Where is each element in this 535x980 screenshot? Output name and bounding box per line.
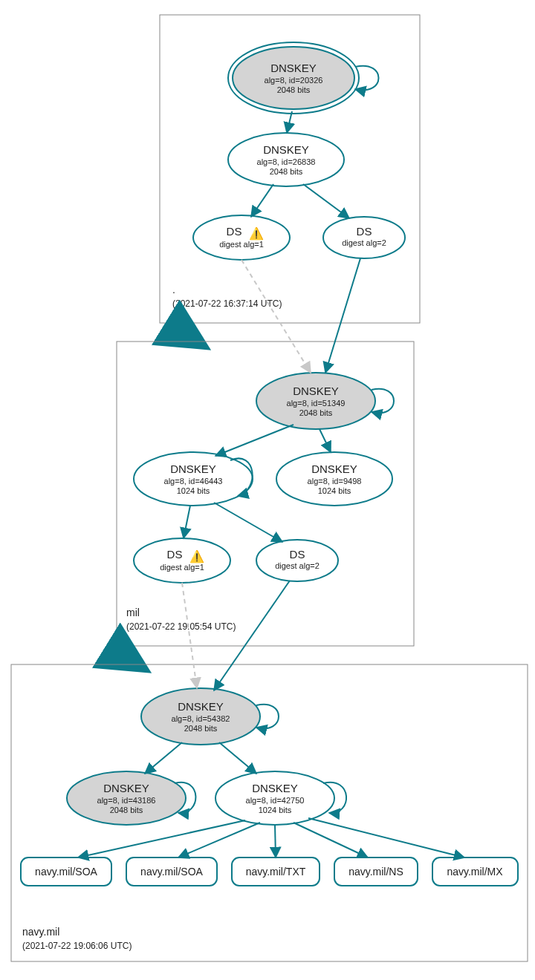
svg-text:digest alg=2: digest alg=2 (342, 238, 386, 247)
warning-icon: ⚠️ (249, 226, 264, 241)
svg-text:DNSKEY: DNSKEY (252, 782, 298, 794)
mil-zsk2-node: DNSKEY alg=8, id=9498 1024 bits (276, 452, 392, 506)
svg-text:DS: DS (167, 548, 183, 561)
svg-text:DNSKEY: DNSKEY (270, 62, 317, 74)
svg-text:2048 bits: 2048 bits (299, 408, 333, 417)
svg-text:2048 bits: 2048 bits (270, 167, 303, 176)
svg-text:navy.mil/SOA: navy.mil/SOA (140, 866, 203, 878)
svg-text:alg=8, id=26838: alg=8, id=26838 (257, 157, 316, 166)
mil-zsk1-node: DNSKEY alg=8, id=46443 1024 bits (134, 452, 253, 506)
zone-root-time: (2021-07-22 16:37:14 UTC) (172, 298, 282, 309)
svg-point-9 (193, 215, 290, 260)
svg-text:navy.mil/NS: navy.mil/NS (348, 866, 403, 878)
zone-root-label: . (172, 284, 175, 295)
mil-to-navy-delegation (130, 646, 147, 670)
rr-txt: navy.mil/TXT (232, 858, 320, 886)
mil-ksk-node: DNSKEY alg=8, id=51349 2048 bits (256, 373, 375, 429)
svg-text:1024 bits: 1024 bits (259, 806, 292, 814)
zone-navy-time: (2021-07-22 19:06:06 UTC) (22, 941, 132, 951)
svg-text:alg=8, id=43186: alg=8, id=43186 (97, 796, 156, 805)
svg-text:alg=8, id=46443: alg=8, id=46443 (164, 477, 223, 486)
root-ds2-node: DS digest alg=2 (323, 217, 405, 258)
root-ds1-node: DS ⚠️ digest alg=1 (193, 215, 290, 260)
zone-navy-label: navy.mil (22, 926, 59, 938)
svg-text:navy.mil/TXT: navy.mil/TXT (246, 866, 306, 878)
navy-ksk-node: DNSKEY alg=8, id=54382 2048 bits (141, 688, 260, 745)
svg-text:DS: DS (357, 225, 372, 238)
svg-point-12 (323, 217, 405, 258)
rr-mx: navy.mil/MX (432, 858, 518, 886)
svg-text:DNSKEY: DNSKEY (178, 700, 224, 713)
svg-text:2048 bits: 2048 bits (277, 85, 311, 94)
zone-mil-label: mil (126, 607, 140, 618)
navy-zsk2-node: DNSKEY alg=8, id=42750 1024 bits (215, 771, 334, 825)
svg-text:digest alg=1: digest alg=1 (160, 563, 204, 572)
warning-icon: ⚠️ (189, 549, 204, 564)
svg-text:DS: DS (290, 548, 305, 561)
svg-text:DS: DS (227, 225, 242, 238)
svg-text:2048 bits: 2048 bits (184, 724, 218, 733)
rr-soa-2: navy.mil/SOA (126, 858, 217, 886)
svg-text:alg=8, id=54382: alg=8, id=54382 (172, 714, 230, 723)
svg-text:digest alg=1: digest alg=1 (219, 240, 264, 249)
rr-soa-1: navy.mil/SOA (21, 858, 111, 886)
svg-text:alg=8, id=9498: alg=8, id=9498 (308, 477, 362, 486)
svg-text:DNSKEY: DNSKEY (293, 385, 339, 397)
zone-mil-time: (2021-07-22 19:05:54 UTC) (126, 621, 236, 632)
svg-text:DNSKEY: DNSKEY (170, 463, 216, 475)
svg-text:1024 bits: 1024 bits (177, 486, 210, 495)
svg-text:1024 bits: 1024 bits (318, 486, 351, 495)
svg-text:alg=8, id=51349: alg=8, id=51349 (287, 399, 346, 408)
svg-text:DNSKEY: DNSKEY (311, 463, 357, 475)
svg-text:navy.mil/MX: navy.mil/MX (447, 866, 503, 878)
svg-text:2048 bits: 2048 bits (110, 806, 143, 814)
root-ksk-node: DNSKEY alg=8, id=20326 2048 bits (228, 42, 359, 114)
svg-text:DNSKEY: DNSKEY (103, 782, 149, 794)
rr-ns: navy.mil/NS (334, 858, 418, 886)
svg-text:alg=8, id=20326: alg=8, id=20326 (265, 76, 323, 85)
svg-text:DNSKEY: DNSKEY (263, 143, 309, 156)
mil-ds1-node: DS ⚠️ digest alg=1 (134, 538, 230, 583)
root-zsk-node: DNSKEY alg=8, id=26838 2048 bits (228, 133, 344, 186)
svg-text:navy.mil/SOA: navy.mil/SOA (35, 866, 97, 878)
svg-point-27 (134, 538, 230, 583)
dnssec-diagram: . (2021-07-22 16:37:14 UTC) DNSKEY alg=8… (0, 0, 535, 980)
mil-ds2-node: DS digest alg=2 (256, 540, 338, 581)
root-to-mil-delegation (186, 323, 207, 347)
svg-text:alg=8, id=42750: alg=8, id=42750 (246, 796, 305, 805)
svg-point-30 (256, 540, 338, 581)
navy-zsk1-node: DNSKEY alg=8, id=43186 2048 bits (67, 771, 186, 825)
svg-text:digest alg=2: digest alg=2 (275, 561, 320, 570)
